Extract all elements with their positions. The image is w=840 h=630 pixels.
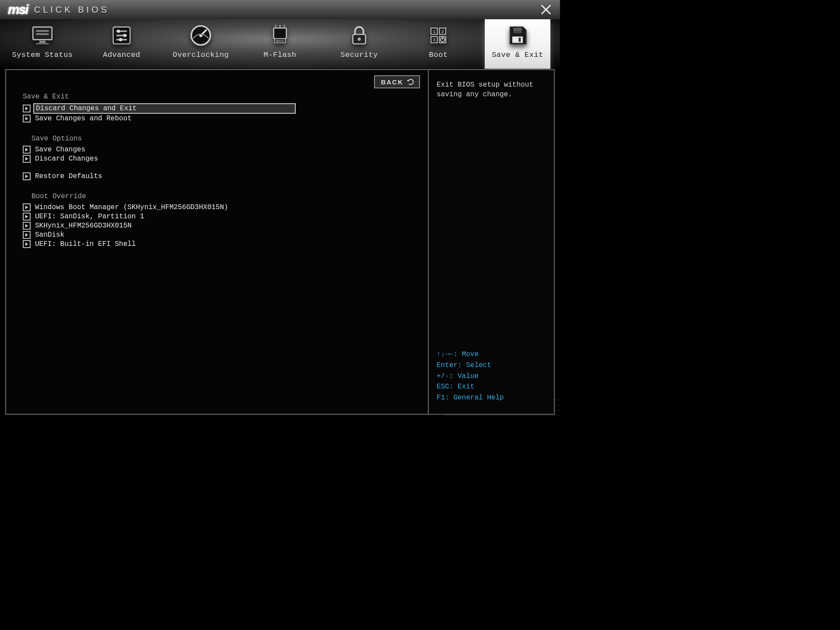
back-label: BACK: [381, 78, 403, 86]
nav-system-status[interactable]: System Status: [10, 19, 75, 69]
svg-point-15: [117, 30, 120, 33]
svg-point-29: [357, 38, 360, 41]
triangle-icon: [23, 231, 31, 239]
svg-rect-40: [513, 28, 522, 29]
menu-item[interactable]: Restore Defaults: [23, 172, 416, 181]
svg-text:1: 1: [433, 29, 435, 34]
menu-item-label: Save Changes: [33, 145, 87, 154]
menu-item-label: UEFI: Built-in EFI Shell: [33, 240, 137, 248]
triangle-icon: [23, 155, 31, 163]
svg-point-19: [119, 38, 122, 41]
help-panel: Exit BIOS setup without saving any chang…: [428, 69, 555, 415]
section-heading: Save Options: [32, 135, 416, 143]
svg-text:3: 3: [433, 38, 435, 42]
menu-item-label: Windows Boot Manager (SKHynix_HFM256GD3H…: [33, 203, 230, 212]
brand-bar: msi CLICK BIOS: [0, 0, 560, 19]
monitor-icon: [30, 23, 55, 48]
triangle-icon: [23, 213, 31, 220]
triangle-icon: [23, 115, 31, 122]
nav-mflash[interactable]: BIOS M-Flash: [247, 19, 313, 69]
close-icon[interactable]: [540, 4, 552, 16]
nav-label: Advanced: [89, 51, 154, 59]
lock-icon: [346, 23, 372, 48]
menu-item[interactable]: Save Changes: [23, 145, 416, 154]
hint-exit: ESC: Exit: [437, 382, 546, 392]
hint-value: +/-: Value: [437, 371, 546, 382]
nav-security[interactable]: Security: [326, 19, 392, 69]
nav-label: Security: [326, 51, 392, 59]
key-hints: ↑↓→←: Move Enter: Select +/-: Value ESC:…: [437, 349, 546, 403]
nav-overclocking[interactable]: Overclocking: [168, 19, 234, 69]
nav-save-exit[interactable]: Save & Exit: [485, 19, 550, 69]
menu-item[interactable]: Windows Boot Manager (SKHynix_HFM256GD3H…: [23, 203, 416, 212]
svg-rect-43: [518, 38, 521, 42]
nav-advanced[interactable]: Advanced: [89, 19, 154, 69]
triangle-icon: [23, 240, 31, 248]
hint-move: ↑↓→←: Move: [437, 349, 546, 360]
svg-rect-22: [274, 28, 287, 38]
menu-item-label: UEFI: SanDisk, Partition 1: [33, 212, 146, 221]
svg-text:2: 2: [441, 29, 444, 34]
svg-rect-9: [36, 30, 49, 32]
settings-panel: BACK Save & Exit Discard Changes and Exi…: [5, 69, 428, 415]
menu-item-label: Discard Changes and Exit: [33, 103, 296, 114]
menu-item[interactable]: SanDisk: [23, 231, 416, 239]
nav-boot[interactable]: 123 Boot: [406, 19, 471, 69]
triangle-icon: [23, 203, 31, 211]
menu-item[interactable]: Save Changes and Reboot: [23, 114, 416, 123]
menu-item-label: Discard Changes: [33, 154, 100, 163]
svg-rect-42: [512, 36, 523, 43]
hint-help: F1: General Help: [437, 392, 546, 403]
triangle-icon: [23, 172, 31, 180]
help-text: Exit BIOS setup without saving any chang…: [437, 80, 546, 99]
undo-icon: [407, 78, 415, 86]
menu-item[interactable]: Discard Changes: [23, 154, 416, 163]
main-nav: System Status Advanced Overclocking BIOS…: [0, 19, 560, 69]
product-name: CLICK BIOS: [34, 5, 109, 15]
nav-label: Save & Exit: [485, 51, 550, 59]
content-area: BACK Save & Exit Discard Changes and Exi…: [0, 69, 560, 420]
svg-text:BIOS: BIOS: [276, 39, 284, 43]
menu-item[interactable]: UEFI: Built-in EFI Shell: [23, 240, 416, 248]
menu-item-label: Save Changes and Reboot: [33, 114, 133, 123]
grid-power-icon: 123: [426, 23, 451, 48]
triangle-icon: [23, 105, 31, 112]
menu-item-label: Restore Defaults: [33, 172, 104, 181]
gauge-icon: [188, 23, 214, 48]
nav-label: Overclocking: [168, 51, 234, 59]
svg-rect-11: [39, 41, 46, 43]
menu-item[interactable]: UEFI: SanDisk, Partition 1: [23, 212, 416, 221]
triangle-icon: [23, 146, 31, 154]
svg-point-17: [123, 34, 126, 37]
sliders-icon: [109, 23, 134, 48]
back-button[interactable]: BACK: [374, 75, 420, 88]
menu-item-label: SKHynix_HFM256GD3HX015N: [33, 221, 133, 230]
floppy-icon: [505, 23, 530, 48]
page-title: Save & Exit: [23, 93, 416, 101]
section-heading: Boot Override: [32, 192, 416, 200]
menu-item[interactable]: SKHynix_HFM256GD3HX015N: [23, 221, 416, 230]
nav-label: System Status: [10, 51, 75, 59]
svg-rect-41: [513, 30, 522, 31]
svg-rect-12: [36, 43, 49, 45]
triangle-icon: [23, 222, 31, 230]
menu-item[interactable]: Discard Changes and Exit: [23, 103, 416, 114]
nav-label: M-Flash: [247, 51, 313, 59]
svg-rect-10: [36, 33, 49, 35]
msi-logo: msi: [8, 2, 28, 17]
chip-icon: BIOS: [267, 23, 293, 48]
nav-label: Boot: [406, 51, 471, 59]
menu-item-label: SanDisk: [33, 231, 66, 239]
hint-select: Enter: Select: [437, 360, 546, 371]
